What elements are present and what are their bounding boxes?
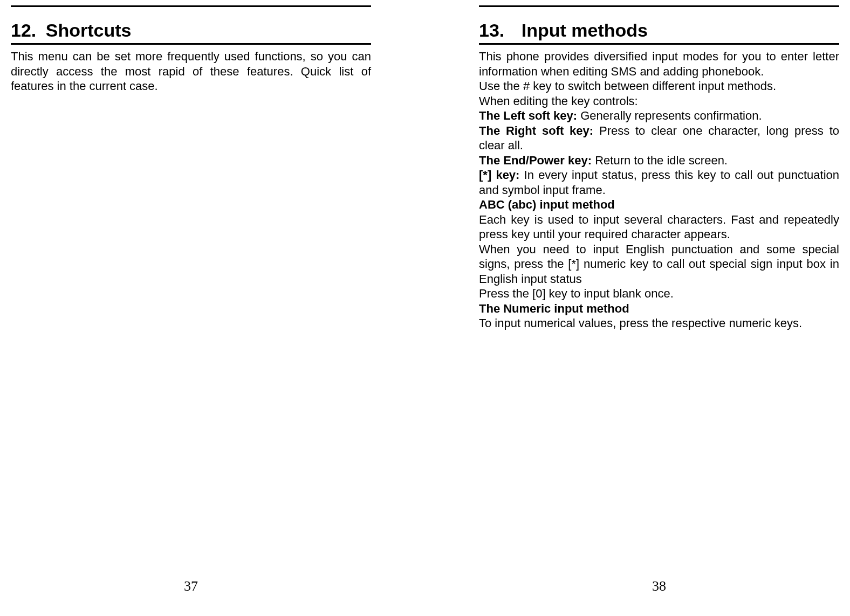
heading-number: 12. bbox=[11, 20, 36, 41]
section-heading-input-methods: 13. Input methods bbox=[479, 20, 839, 41]
numeric-method-p1: To input numerical values, press the res… bbox=[479, 316, 839, 331]
end-power-key-text: Return to the idle screen. bbox=[595, 154, 728, 167]
page-number-right: 38 bbox=[479, 578, 839, 594]
left-soft-key-label: The Left soft key: bbox=[479, 109, 580, 122]
numeric-method-heading: The Numeric input method bbox=[479, 301, 839, 316]
right-soft-key-label: The Right soft key: bbox=[479, 124, 599, 137]
abc-method-p2: When you need to input English punctuati… bbox=[479, 242, 839, 287]
left-soft-key-line: The Left soft key: Generally represents … bbox=[479, 108, 839, 123]
left-body: This menu can be set more frequently use… bbox=[11, 49, 371, 94]
end-power-key-line: The End/Power key: Return to the idle sc… bbox=[479, 153, 839, 168]
left-content: 12. Shortcuts This menu can be set more … bbox=[11, 5, 371, 94]
right-content: 13. Input methods This phone provides di… bbox=[479, 5, 839, 331]
star-key-text: In every input status, press this key to… bbox=[479, 168, 839, 197]
right-body: This phone provides diversified input mo… bbox=[479, 49, 839, 331]
star-key-label: [*] key: bbox=[479, 168, 524, 182]
heading-title: Input methods bbox=[522, 20, 648, 41]
left-heading-row: 12. Shortcuts bbox=[11, 20, 371, 45]
hash-key-line: Use the # key to switch between differen… bbox=[479, 79, 839, 94]
shortcuts-paragraph: This menu can be set more frequently use… bbox=[11, 49, 371, 94]
right-soft-key-line: The Right soft key: Press to clear one c… bbox=[479, 123, 839, 153]
abc-method-heading: ABC (abc) input method bbox=[479, 197, 839, 212]
abc-method-p1: Each key is used to input several charac… bbox=[479, 212, 839, 242]
abc-method-p3: Press the [0] key to input blank once. bbox=[479, 286, 839, 301]
star-key-line: [*] key: In every input status, press th… bbox=[479, 168, 839, 197]
end-power-key-label: The End/Power key: bbox=[479, 154, 595, 167]
left-soft-key-text: Generally represents confirmation. bbox=[580, 109, 762, 122]
right-heading-row: 13. Input methods bbox=[479, 20, 839, 45]
right-page: 13. Input methods This phone provides di… bbox=[425, 0, 850, 616]
heading-title: Shortcuts bbox=[46, 20, 132, 41]
intro-paragraph: This phone provides diversified input mo… bbox=[479, 49, 839, 79]
page-number-left: 37 bbox=[11, 578, 371, 594]
section-heading-shortcuts: 12. Shortcuts bbox=[11, 20, 371, 41]
heading-number: 13. bbox=[479, 20, 504, 41]
editing-line: When editing the key controls: bbox=[479, 94, 839, 109]
left-page: 12. Shortcuts This menu can be set more … bbox=[0, 0, 425, 616]
